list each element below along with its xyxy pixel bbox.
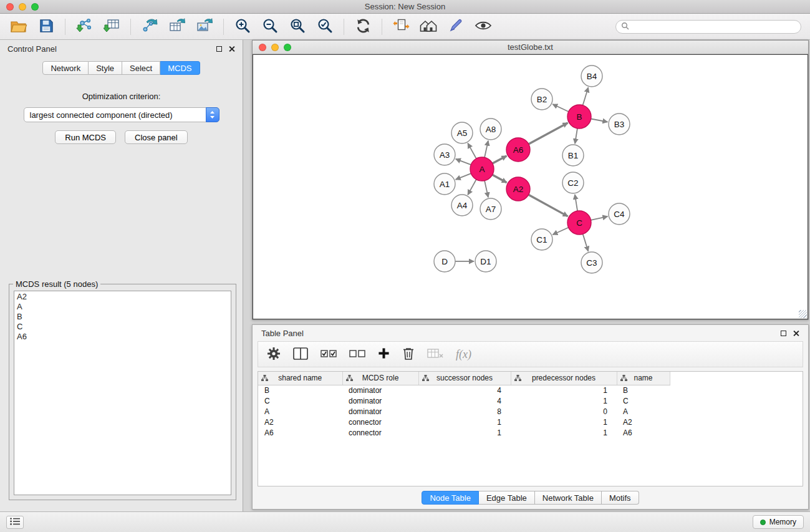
float-panel-icon[interactable] — [216, 46, 222, 52]
table-row[interactable]: A2connector11A2 — [258, 417, 803, 427]
destroy-table-button[interactable] — [427, 348, 443, 361]
tab-mcds[interactable]: MCDS — [160, 61, 200, 75]
tab-node-table[interactable]: Node Table — [422, 491, 479, 505]
node-A8[interactable]: A8 — [480, 118, 501, 140]
node-B1[interactable]: B1 — [562, 145, 584, 166]
node-A5[interactable]: A5 — [451, 122, 473, 143]
export-image-button[interactable] — [192, 16, 217, 37]
column-header-shared-name[interactable]: shared name — [258, 372, 342, 385]
edge-A2-C[interactable] — [529, 195, 568, 216]
network-minimize-button[interactable] — [271, 44, 279, 51]
tab-edge-table[interactable]: Edge Table — [479, 491, 535, 505]
add-column-button[interactable] — [378, 347, 390, 361]
import-table-button[interactable] — [99, 16, 124, 37]
criterion-dropdown[interactable]: largest connected component (directed) — [24, 107, 219, 122]
edge-C-C4[interactable] — [591, 216, 608, 220]
split-columns-button[interactable] — [293, 347, 308, 362]
column-header-name[interactable]: name — [617, 372, 670, 385]
edge-A-A6[interactable] — [493, 156, 507, 163]
node-D1[interactable]: D1 — [475, 251, 496, 272]
zoom-out-button[interactable] — [258, 16, 282, 37]
mcds-result-item[interactable]: B — [17, 312, 228, 322]
node-A6[interactable]: A6 — [506, 138, 530, 162]
edge-A-A3[interactable] — [456, 159, 471, 165]
edge-C-C3[interactable] — [583, 234, 589, 251]
network-close-button[interactable] — [259, 44, 266, 51]
edge-A-A4[interactable] — [468, 180, 476, 195]
run-mcds-button[interactable]: Run MCDS — [55, 130, 116, 144]
select-all-button[interactable] — [321, 349, 337, 360]
close-window-button[interactable] — [6, 3, 14, 11]
table-row[interactable]: Adominator80A — [258, 406, 803, 417]
show-hide-button[interactable] — [471, 16, 496, 37]
function-builder-button[interactable]: f(x) — [456, 348, 471, 361]
edge-B-B1[interactable] — [575, 128, 577, 143]
node-A[interactable]: A — [470, 157, 494, 181]
mcds-result-item[interactable]: A — [17, 302, 228, 312]
column-header-predecessor-nodes[interactable]: predecessor nodes — [511, 372, 617, 385]
edge-A-A5[interactable] — [468, 143, 476, 159]
search-box[interactable] — [615, 20, 801, 34]
node-B4[interactable]: B4 — [581, 65, 602, 87]
mcds-result-item[interactable]: A6 — [17, 332, 228, 342]
node-C4[interactable]: C4 — [609, 203, 630, 225]
node-A3[interactable]: A3 — [434, 144, 455, 165]
tab-motifs[interactable]: Motifs — [602, 491, 639, 505]
close-panel-icon[interactable] — [228, 46, 235, 52]
zoom-window-button[interactable] — [31, 3, 39, 11]
network-canvas[interactable]: B4B2BB3A5A8A6A3B1AA1C2A2A4A7C4CC1C3DD1 — [253, 54, 808, 319]
edge-C-C2[interactable] — [575, 195, 577, 211]
edge-A-A7[interactable] — [485, 181, 488, 198]
node-B[interactable]: B — [567, 105, 591, 128]
edge-B-B4[interactable] — [583, 87, 589, 105]
edge-C-C1[interactable] — [552, 228, 568, 235]
edge-A-A2[interactable] — [493, 175, 507, 183]
save-session-button[interactable] — [34, 16, 59, 37]
node-C1[interactable]: C1 — [531, 229, 552, 250]
table-row[interactable]: Bdominator41B — [258, 385, 803, 395]
edge-A6-B[interactable] — [529, 123, 568, 144]
node-A1[interactable]: A1 — [434, 173, 455, 195]
node-A2[interactable]: A2 — [506, 177, 530, 201]
node-C3[interactable]: C3 — [581, 252, 602, 273]
close-table-panel-icon[interactable] — [793, 330, 799, 337]
refresh-button[interactable] — [350, 16, 375, 37]
mcds-result-list[interactable]: A2ABCA6 — [14, 291, 231, 495]
edge-A-A8[interactable] — [485, 141, 488, 158]
minimize-window-button[interactable] — [19, 3, 26, 11]
tab-select[interactable]: Select — [122, 61, 160, 75]
resize-grip[interactable] — [799, 310, 807, 318]
table-row[interactable]: A6connector11A6 — [258, 427, 803, 438]
first-neighbors-button[interactable] — [388, 16, 413, 37]
table-settings-button[interactable] — [267, 347, 281, 362]
node-table-container[interactable]: shared nameMCDS rolesuccessor nodesprede… — [258, 371, 803, 486]
node-C2[interactable]: C2 — [562, 172, 584, 193]
memory-button[interactable]: Memory — [753, 515, 804, 529]
node-D[interactable]: D — [434, 251, 455, 272]
annotation-button[interactable] — [443, 16, 468, 37]
export-table-button[interactable] — [165, 16, 190, 37]
tab-network[interactable]: Network — [42, 61, 89, 75]
node-C[interactable]: C — [567, 211, 591, 235]
close-panel-button[interactable]: Close panel — [125, 130, 188, 144]
zoom-in-button[interactable] — [230, 16, 255, 37]
edge-B-B2[interactable] — [552, 104, 569, 112]
import-network-button[interactable] — [72, 16, 97, 37]
mcds-result-item[interactable]: A2 — [17, 292, 228, 302]
table-row[interactable]: Cdominator41C — [258, 395, 803, 406]
home-button[interactable] — [416, 16, 441, 37]
node-A4[interactable]: A4 — [451, 195, 473, 216]
float-table-panel-icon[interactable] — [781, 331, 786, 336]
edge-B-B3[interactable] — [591, 119, 608, 122]
edge-A-A1[interactable] — [456, 173, 471, 180]
tab-style[interactable]: Style — [89, 61, 122, 75]
task-history-button[interactable] — [6, 516, 24, 529]
delete-column-button[interactable] — [402, 347, 415, 362]
tab-network-table[interactable]: Network Table — [535, 491, 602, 505]
node-A7[interactable]: A7 — [480, 198, 501, 220]
zoom-fit-button[interactable] — [285, 16, 310, 37]
deselect-all-button[interactable] — [349, 349, 365, 360]
export-network-button[interactable] — [137, 16, 162, 37]
node-B3[interactable]: B3 — [609, 114, 630, 135]
search-input[interactable] — [632, 22, 796, 31]
